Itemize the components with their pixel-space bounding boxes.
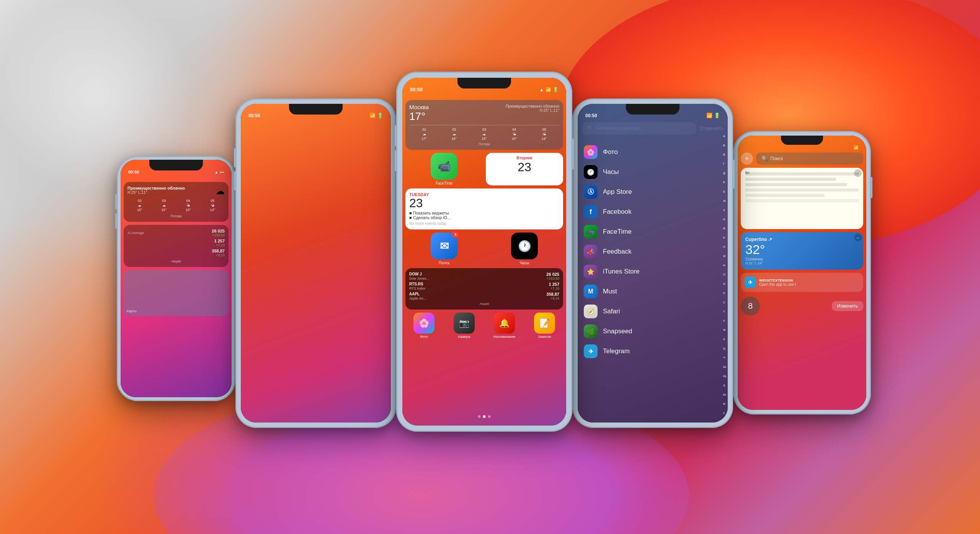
phone3-screen: 00:50 ▲ 📶 🔋 Москва 17° Пр bbox=[402, 78, 566, 426]
phone3-dot3 bbox=[488, 415, 491, 418]
phone2-vol-up bbox=[234, 148, 235, 167]
phone3-s1-name: DOW JDow Jones... bbox=[409, 272, 429, 280]
phone3-h3: 03☁15° bbox=[482, 128, 487, 141]
phone4-feedback-icon: 📣 bbox=[584, 245, 598, 259]
phone5-cupertino-label: Cupertino ↗ bbox=[745, 237, 859, 242]
phone1-stock1-value: 26 025 bbox=[212, 229, 225, 233]
phone5-add-btn[interactable]: + bbox=[741, 152, 753, 165]
phone3-h4: 04🌤15° bbox=[512, 128, 517, 141]
phone4-screen: 00:50 📶 🔋 🔍 Библиотека приложо... Отмени… bbox=[578, 104, 728, 423]
phone5-search-placeholder: Поиск bbox=[770, 156, 783, 161]
phone4-item-safari[interactable]: 🧭 Safari bbox=[578, 301, 720, 321]
phone3-clock-icon[interactable]: 🕐 bbox=[511, 233, 538, 259]
phone3-mail-area: ✉ 5 Почта bbox=[405, 233, 483, 265]
phone4-item-snapseed[interactable]: 🌿 Snapseed bbox=[578, 321, 720, 341]
phone2-time: 00:50 bbox=[248, 113, 260, 118]
phone5-note-line5 bbox=[745, 194, 825, 197]
phone4-item-facebook[interactable]: f Facebook bbox=[578, 202, 720, 222]
phone5-note-line1 bbox=[745, 172, 859, 175]
phone5-weather-widget[interactable]: – Cupertino ↗ 32° Солнечно H:31° L:14° bbox=[741, 232, 863, 270]
phone3-dot1 bbox=[478, 415, 481, 418]
phone3-notes-icon: 📝 bbox=[534, 313, 555, 334]
phone4-item-must[interactable]: M Must bbox=[578, 282, 720, 301]
phone4-telegram-icon: ✈ bbox=[584, 344, 598, 358]
phone1-hour-03: 03☁15° bbox=[137, 199, 142, 212]
phone1-weather-widget: Преимущественно облачно H:25° L:11° ☁ 03… bbox=[124, 182, 229, 222]
phone1-weather-desc: Преимущественно облачно bbox=[127, 186, 185, 190]
phone3-clock-area: 🕐 Часы bbox=[486, 233, 563, 265]
phone4-feedback-label: Feedback bbox=[603, 248, 632, 256]
phone1-notch bbox=[149, 160, 203, 170]
phone3-camera-label: Камера bbox=[458, 335, 470, 339]
phone4-itunes-icon: ⭐ bbox=[584, 265, 598, 278]
phone3-stocks-widget[interactable]: DOW JDow Jones... 26 025 +153,50 RTS.RSR… bbox=[405, 268, 563, 310]
phone4-wifi-icon: 📶 bbox=[706, 113, 712, 118]
phone5-note-line6 bbox=[745, 199, 859, 202]
phone3-photos-app[interactable]: 🌸 Фото bbox=[405, 313, 443, 339]
phone4-telegram-label: Telegram bbox=[603, 347, 630, 355]
phone3-row-mail-clock: ✉ 5 Почта 🕐 Часы bbox=[405, 233, 563, 265]
phone5-cupertino-hl: H:31° L:14° bbox=[745, 261, 859, 265]
phone-5: 📶 + 🔍 Поиск – bbox=[733, 131, 871, 414]
phone5-search-icon: 🔍 bbox=[761, 156, 768, 162]
phone3-weather-city: Москва bbox=[409, 104, 429, 110]
phone4-photos-icon: 🌸 bbox=[584, 145, 598, 159]
phone-4: 00:50 📶 🔋 🔍 Библиотека приложо... Отмени… bbox=[572, 98, 733, 428]
phone4-item-telegram[interactable]: ✈ Telegram bbox=[578, 341, 720, 361]
phone5-circle-8: 8 bbox=[741, 296, 760, 316]
phone3-photos-icon: 🌸 bbox=[413, 313, 434, 334]
phone4-item-itunes[interactable]: ⭐ iTunes Store bbox=[578, 262, 720, 282]
phone3-notes-label: Заметки bbox=[538, 335, 551, 339]
phone1-battery-icon: ▪▪▪ bbox=[220, 170, 224, 174]
phone5-wifi-icon: 📶 bbox=[853, 145, 859, 150]
phone3-reminders-app[interactable]: 🔔 Напоминания bbox=[486, 313, 523, 339]
phone3-weather-desc: Преимущественно облачно bbox=[506, 104, 559, 108]
phone2-bg bbox=[241, 104, 391, 423]
phone3-notes-app[interactable]: 📝 Заметки bbox=[526, 313, 563, 339]
phone1-weather-label: Погода bbox=[127, 214, 225, 218]
phone4-photos-label: Фото bbox=[603, 148, 618, 156]
phone4-power bbox=[733, 160, 735, 188]
phone4-item-feedback[interactable]: 📣 Feedback bbox=[578, 242, 720, 262]
phone5-search-bar[interactable]: 🔍 Поиск bbox=[756, 152, 863, 165]
phone4-item-appstore[interactable]: Ⓐ App Store bbox=[578, 182, 720, 202]
phone5-note-line3 bbox=[745, 183, 847, 186]
phone3-vol-down bbox=[395, 150, 396, 171]
phone3-cal-23: 23 bbox=[409, 197, 559, 209]
phone5-widget-ext: ✈ WIDGETEXTENSION Open the app to use t bbox=[741, 273, 863, 292]
phone4-clock-label: Часы bbox=[603, 168, 619, 176]
phone4-item-photos[interactable]: 🌸 Фото bbox=[578, 142, 720, 162]
phone4-facebook-label: Facebook bbox=[603, 208, 632, 216]
phone3-dots bbox=[478, 415, 491, 418]
phone3-cal-tuesday: TUESDAY bbox=[409, 192, 559, 197]
phone3-cal-big-widget[interactable]: TUESDAY 23 ■ Показать виджеты ■ Сделать … bbox=[405, 188, 563, 229]
phone4-item-facetime[interactable]: 📹 FaceTime bbox=[578, 222, 720, 242]
phone3-weather-widget[interactable]: Москва 17° Преимущественно облачно H:25°… bbox=[405, 100, 563, 150]
phone1-wifi-icon: ▲ bbox=[214, 170, 218, 174]
phone3-h1: 01☁17° bbox=[421, 128, 427, 141]
phone5-notch bbox=[781, 136, 823, 145]
phone5-tg-icon: ✈ bbox=[745, 277, 756, 288]
phone3-cal-widget[interactable]: Вторник 23 bbox=[486, 153, 563, 185]
phone5-weather-minus[interactable]: – bbox=[854, 234, 862, 241]
phone5-cancel-btn[interactable]: Изменить bbox=[832, 301, 863, 311]
phone3-s1-chg: +153,50 bbox=[546, 277, 559, 280]
phone3-cal-day-name: Вторник bbox=[516, 156, 532, 160]
phone4-notch bbox=[626, 104, 679, 115]
phone3-reminders-label: Напоминания bbox=[493, 335, 515, 339]
phone3-battery-icon: 🔋 bbox=[553, 87, 559, 92]
phone5-notes-widget[interactable]: – Вт bbox=[741, 168, 863, 229]
phone2-vol-down bbox=[234, 171, 235, 190]
phone5-cupertino-temp: 32° bbox=[745, 242, 859, 257]
phone1-time: 00:50 bbox=[128, 170, 139, 174]
phone3-row-cal-ft: 📹 FaceTime Вторник 23 bbox=[405, 153, 563, 185]
phone3-facetime-icon[interactable]: 📹 bbox=[431, 153, 457, 180]
phone5-notes-minus[interactable]: – bbox=[854, 169, 862, 177]
phone1-stock1-name: Al Average bbox=[127, 231, 144, 235]
phone4-item-clock[interactable]: 🕐 Часы bbox=[578, 162, 720, 182]
phone4-facebook-icon: f bbox=[584, 205, 598, 219]
phone4-must-icon: M bbox=[584, 285, 598, 298]
phone3-camera-app[interactable]: 📷 Камера bbox=[446, 313, 483, 339]
phone4-battery-icon: 🔋 bbox=[714, 113, 720, 118]
phone4-snapseed-icon: 🌿 bbox=[584, 324, 598, 338]
